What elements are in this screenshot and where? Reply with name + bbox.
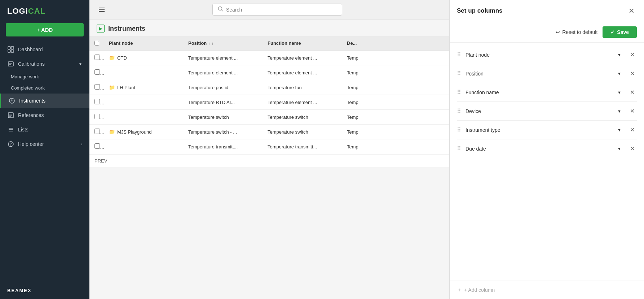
- sidebar-item-completed-work[interactable]: Completed work: [0, 82, 89, 94]
- row-position: Temperature switch: [183, 110, 263, 124]
- svg-rect-4: [8, 62, 13, 66]
- column-dropdown-position[interactable]: ▼: [615, 71, 623, 77]
- instruments-title: Instruments: [108, 25, 145, 32]
- drag-handle-position[interactable]: ⠿: [457, 70, 461, 77]
- sidebar-item-manage-work[interactable]: Manage work: [0, 71, 89, 82]
- column-dropdown-device[interactable]: ▼: [615, 108, 623, 114]
- column-remove-due-date[interactable]: ✕: [628, 144, 637, 153]
- row-function-name: Temperature element ...: [263, 96, 342, 109]
- column-dropdown-due-date[interactable]: ▼: [615, 146, 623, 152]
- select-all-checkbox[interactable]: [94, 40, 99, 46]
- add-button[interactable]: + ADD: [6, 23, 84, 36]
- svg-point-9: [12, 100, 13, 101]
- row-function-name: Temperature element ...: [263, 66, 342, 79]
- references-label: References: [18, 112, 44, 118]
- expand-button[interactable]: ▶: [97, 25, 105, 32]
- help-center-label: Help center: [18, 141, 44, 147]
- row-function-name: Temperature element ...: [263, 51, 342, 65]
- row-device: Temp: [342, 51, 449, 65]
- table-row: Temperature transmitt... Temperature tra…: [89, 139, 449, 154]
- references-icon: [7, 112, 14, 119]
- sidebar-item-calibrations[interactable]: Calibrations ▼: [0, 57, 89, 71]
- column-item-due-date: ⠿ Due date ▼ ✕: [457, 139, 637, 158]
- column-item-instrument-type: ⠿ Instrument type ▼ ✕: [457, 121, 637, 139]
- close-panel-button[interactable]: ✕: [626, 6, 637, 16]
- column-label-instrument-type: Instrument type: [466, 127, 611, 133]
- column-label-plant-node: Plant node: [466, 52, 611, 58]
- table-row: Temperature RTD AI... Temperature elemen…: [89, 95, 449, 110]
- device-header-label: De...: [347, 40, 357, 46]
- search-bar: [212, 4, 342, 16]
- row-position: Temperature RTD AI...: [183, 96, 263, 109]
- completed-work-label: Completed work: [11, 85, 45, 91]
- table-row: 📁CTD Temperature element ... Temperature…: [89, 51, 449, 65]
- beamex-logo: beamex: [7, 288, 82, 293]
- reset-to-default-button[interactable]: ↩ Reset to default: [556, 29, 597, 35]
- row-function-name: Temperature transmitt...: [263, 140, 342, 153]
- panel-body: ⠿ Plant node ▼ ✕ ⠿ Position ▼ ✕ ⠿ Functi…: [450, 43, 644, 281]
- save-button[interactable]: ✓ Save: [603, 26, 637, 38]
- row-checkbox[interactable]: [89, 95, 104, 109]
- column-label-due-date: Due date: [466, 146, 611, 152]
- svg-rect-2: [8, 50, 10, 52]
- drag-handle-due-date[interactable]: ⠿: [457, 145, 461, 152]
- row-checkbox[interactable]: [89, 51, 104, 65]
- column-dropdown-plant-node[interactable]: ▼: [615, 52, 623, 58]
- table-row: Temperature element ... Temperature elem…: [89, 65, 449, 80]
- drag-handle-function-name[interactable]: ⠿: [457, 89, 461, 96]
- th-plant-node[interactable]: Plant node: [104, 36, 183, 50]
- column-remove-device[interactable]: ✕: [628, 107, 637, 115]
- panel-footer: ＋ + Add column: [450, 281, 644, 299]
- instruments-header: ▶ Instruments: [89, 20, 449, 36]
- row-device: Temp: [342, 110, 449, 124]
- row-plant-node: 📁CTD: [104, 51, 183, 65]
- th-function-name[interactable]: Function name: [263, 36, 342, 50]
- column-item-plant-node: ⠿ Plant node ▼ ✕: [457, 46, 637, 64]
- sidebar-item-instruments[interactable]: Instruments: [0, 94, 89, 108]
- row-checkbox[interactable]: [89, 80, 104, 95]
- help-icon: ?: [7, 140, 14, 148]
- column-dropdown-function-name[interactable]: ▼: [615, 90, 623, 95]
- column-remove-position[interactable]: ✕: [628, 69, 637, 78]
- svg-rect-1: [11, 47, 14, 49]
- th-position[interactable]: Position ↑: [183, 36, 263, 50]
- row-checkbox[interactable]: [89, 110, 104, 124]
- row-function-name: Temperature switch: [263, 125, 342, 139]
- add-column-icon: ＋: [457, 287, 462, 293]
- row-plant-node: 📁MJS Playground: [104, 125, 183, 139]
- sort-asc-icon: ↑: [208, 41, 210, 46]
- sidebar-bottom: beamex: [0, 282, 89, 299]
- plant-node-header-label: Plant node: [109, 40, 133, 46]
- drag-handle-instrument-type[interactable]: ⠿: [457, 126, 461, 133]
- panel-actions: ↩ Reset to default ✓ Save: [450, 22, 644, 43]
- row-checkbox[interactable]: [89, 65, 104, 80]
- row-checkbox[interactable]: [89, 125, 104, 139]
- row-checkbox[interactable]: [89, 139, 104, 154]
- hamburger-button[interactable]: [97, 5, 107, 15]
- column-remove-instrument-type[interactable]: ✕: [628, 126, 637, 134]
- column-label-device: Device: [466, 108, 611, 114]
- column-remove-function-name[interactable]: ✕: [628, 88, 637, 96]
- column-remove-plant-node[interactable]: ✕: [628, 51, 637, 59]
- add-column-button[interactable]: ＋ + Add column: [457, 287, 495, 293]
- drag-handle-device[interactable]: ⠿: [457, 108, 461, 114]
- row-position: Temperature transmitt...: [183, 140, 263, 153]
- reset-icon: ↩: [556, 29, 560, 35]
- search-icon: [218, 6, 223, 13]
- svg-rect-3: [11, 50, 14, 52]
- svg-text:?: ?: [10, 142, 12, 146]
- search-input[interactable]: [226, 7, 337, 13]
- dashboard-label: Dashboard: [18, 47, 43, 52]
- column-item-position: ⠿ Position ▼ ✕: [457, 64, 637, 83]
- sidebar-item-references[interactable]: References: [0, 108, 89, 122]
- function-name-header-label: Function name: [268, 40, 301, 46]
- reset-label: Reset to default: [562, 29, 597, 35]
- sidebar-item-lists[interactable]: Lists: [0, 122, 89, 137]
- row-plant-node: [104, 69, 183, 77]
- sidebar-item-help-center[interactable]: ? Help center ›: [0, 137, 89, 151]
- row-position: Temperature pos id: [183, 81, 263, 94]
- th-device[interactable]: De...: [342, 36, 449, 50]
- drag-handle-plant-node[interactable]: ⠿: [457, 51, 461, 58]
- column-dropdown-instrument-type[interactable]: ▼: [615, 127, 623, 133]
- sidebar-item-dashboard[interactable]: Dashboard: [0, 42, 89, 57]
